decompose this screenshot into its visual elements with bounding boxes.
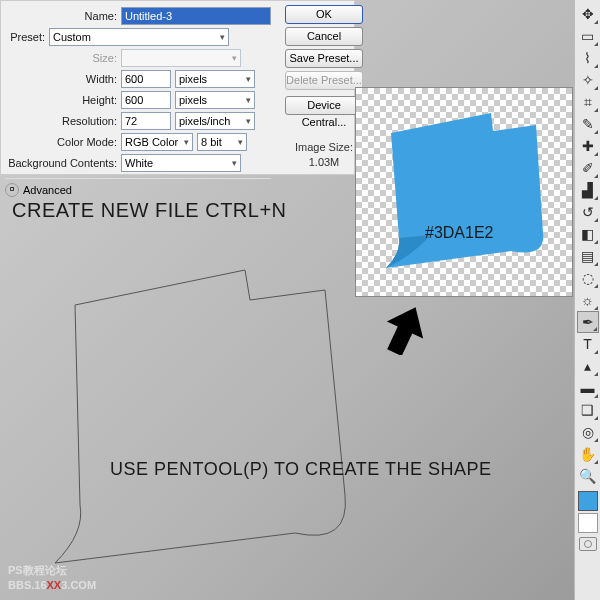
eraser-tool[interactable]: ◧ xyxy=(577,223,599,245)
dodge-tool[interactable]: ☼ xyxy=(577,289,599,311)
bg-select[interactable]: White▾ xyxy=(121,154,241,172)
height-unit-select[interactable]: pixels▾ xyxy=(175,91,255,109)
preset-label: Preset: xyxy=(5,31,45,43)
move-tool[interactable]: ✥ xyxy=(577,3,599,25)
colormode-label: Color Mode: xyxy=(5,136,117,148)
image-size-readout: Image Size: 1.03M xyxy=(295,140,353,171)
hand-tool[interactable]: ✋ xyxy=(577,443,599,465)
width-label: Width: xyxy=(5,73,117,85)
tools-panel: ✥ ▭ ⌇ ✧ ⌗ ✎ ✚ ✐ ▟ ↺ ◧ ▤ ◌ ☼ ✒ T ▴ ▬ ❑ ◎ … xyxy=(574,0,600,600)
gradient-tool[interactable]: ▤ xyxy=(577,245,599,267)
size-label: Size: xyxy=(5,52,117,64)
name-label: Name: xyxy=(5,10,117,22)
new-file-dialog: Name: Preset: Custom▾ Size: ▾ Width: pix… xyxy=(0,0,355,175)
shape-outline xyxy=(45,265,355,565)
type-tool[interactable]: T xyxy=(577,333,599,355)
eyedropper-tool[interactable]: ✎ xyxy=(577,113,599,135)
annotation-hex: #3DA1E2 xyxy=(425,225,494,241)
shape-tool[interactable]: ▬ xyxy=(577,377,599,399)
preset-select[interactable]: Custom▾ xyxy=(49,28,229,46)
marquee-tool[interactable]: ▭ xyxy=(577,25,599,47)
blur-tool[interactable]: ◌ xyxy=(577,267,599,289)
bitdepth-select[interactable]: 8 bit▾ xyxy=(197,133,247,151)
quickmask-toggle[interactable] xyxy=(579,537,597,551)
crop-tool[interactable]: ⌗ xyxy=(577,91,599,113)
history-brush-tool[interactable]: ↺ xyxy=(577,201,599,223)
name-input[interactable] xyxy=(121,7,271,25)
blue-shape xyxy=(371,103,551,273)
annotation-create: CREATE NEW FILE CTRL+N xyxy=(12,200,287,220)
size-select: ▾ xyxy=(121,49,241,67)
resolution-input[interactable] xyxy=(121,112,171,130)
chevron-down-icon: ▾ xyxy=(220,32,225,42)
bg-label: Background Contents: xyxy=(5,157,117,169)
resolution-label: Resolution: xyxy=(5,115,117,127)
width-input[interactable] xyxy=(121,70,171,88)
save-preset-button[interactable]: Save Preset... xyxy=(285,49,363,68)
camera-tool[interactable]: ◎ xyxy=(577,421,599,443)
wand-tool[interactable]: ✧ xyxy=(577,69,599,91)
advanced-label: Advanced xyxy=(23,184,72,196)
path-select-tool[interactable]: ▴ xyxy=(577,355,599,377)
3d-tool[interactable]: ❑ xyxy=(577,399,599,421)
dialog-fields: Name: Preset: Custom▾ Size: ▾ Width: pix… xyxy=(1,1,279,174)
ok-button[interactable]: OK xyxy=(285,5,363,24)
annotation-pentool: USE PENTOOL(P) TO CREATE THE SHAPE xyxy=(110,460,491,478)
height-input[interactable] xyxy=(121,91,171,109)
preview-canvas xyxy=(355,87,573,297)
pen-tool[interactable]: ✒ xyxy=(577,311,599,333)
width-unit-select[interactable]: pixels▾ xyxy=(175,70,255,88)
foreground-swatch[interactable] xyxy=(578,491,598,511)
watermark: PS教程论坛 BBS.16XX3.COM xyxy=(8,563,96,592)
healing-tool[interactable]: ✚ xyxy=(577,135,599,157)
stamp-tool[interactable]: ▟ xyxy=(577,179,599,201)
background-swatch[interactable] xyxy=(578,513,598,533)
colormode-select[interactable]: RGB Color▾ xyxy=(121,133,193,151)
brush-tool[interactable]: ✐ xyxy=(577,157,599,179)
resolution-unit-select[interactable]: pixels/inch▾ xyxy=(175,112,255,130)
delete-preset-button: Delete Preset... xyxy=(285,71,363,90)
lasso-tool[interactable]: ⌇ xyxy=(577,47,599,69)
device-central-button[interactable]: Device Central... xyxy=(285,96,363,115)
zoom-tool[interactable]: 🔍 xyxy=(577,465,599,487)
arrow-icon xyxy=(385,305,425,355)
chevron-icon: ¤ xyxy=(5,183,19,197)
height-label: Height: xyxy=(5,94,117,106)
cancel-button[interactable]: Cancel xyxy=(285,27,363,46)
advanced-toggle[interactable]: ¤ Advanced xyxy=(5,178,271,197)
